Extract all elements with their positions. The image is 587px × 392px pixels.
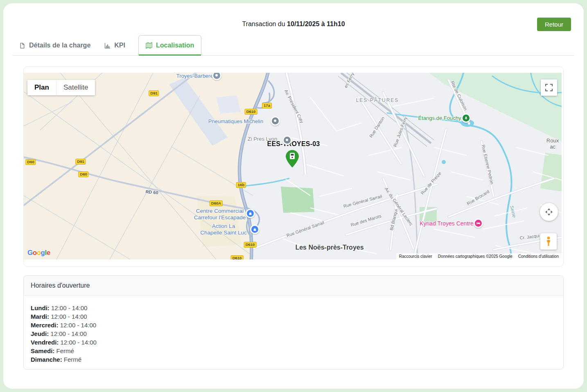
opening-hours-row: Vendredi: 12:00 - 14:00 (31, 338, 556, 347)
opening-hours-row: Dimanche: Fermé (31, 355, 556, 364)
map-label: Pneumatiques Michelin (208, 118, 263, 124)
generic-poi-marker[interactable] (271, 116, 280, 126)
tab-label: Localisation (156, 42, 194, 49)
station-pin[interactable] (285, 150, 299, 168)
tab-label: Détails de la charge (29, 42, 90, 49)
satellite-button[interactable]: Satellite (56, 80, 95, 95)
road-badge: D60 (25, 159, 36, 165)
road-badge: D610 (244, 242, 257, 248)
opening-hours-row: Mardi: 12:00 - 14:00 (31, 312, 556, 321)
tab-label: KPI (114, 42, 125, 49)
opening-hours-body: Lundi: 12:00 - 14:00Mardi: 12:00 - 14:00… (24, 296, 563, 369)
map-label: Étangs de Fouchy (418, 115, 461, 121)
google-logo[interactable]: Google (27, 249, 50, 257)
tree-icon (463, 115, 470, 122)
map-attribution: Raccourcis clavierDonnées cartographique… (396, 253, 562, 259)
map-viewport[interactable]: Plan Satellite Goog (24, 73, 562, 259)
generic-icon (284, 137, 291, 144)
map-type-control: Plan Satellite (27, 80, 95, 95)
road-badge: D91 (75, 159, 86, 164)
bag-icon (251, 226, 258, 233)
tabs: Détails de la chargeKPILocalisation (13, 35, 574, 56)
bed-icon (475, 220, 482, 227)
opening-hours-row: Mercredi: 12:00 - 14:00 (31, 321, 556, 329)
opening-hours-row: Lundi: 12:00 - 14:00 (31, 304, 556, 312)
station-label: EES-TROYES-03 (267, 140, 320, 148)
generic-icon (272, 117, 279, 124)
map-label: Centre Commercial Carrefour l'Escapade (194, 208, 246, 221)
map-icon (146, 42, 152, 49)
pegman-icon (544, 236, 553, 247)
keyboard-shortcuts-link[interactable]: Raccourcis clavier (399, 254, 432, 259)
opening-hours-title: Horaires d'ouverture (24, 276, 563, 296)
bed-poi-marker[interactable] (474, 219, 483, 228)
pan-control[interactable] (540, 203, 558, 221)
main-card: Transaction du 10/11/2025 à 11h10 Retour… (3, 3, 584, 389)
bag-poi-marker[interactable] (250, 225, 260, 234)
header: Transaction du 10/11/2025 à 11h10 Retour (3, 3, 584, 35)
map-label: RD 60 (145, 189, 158, 196)
terms-link[interactable]: Conditions d'utilisation (518, 254, 559, 259)
opening-hours-row: Jeudi: 12:00 - 14:00 (31, 329, 556, 338)
fullscreen-icon (545, 84, 553, 91)
tree-poi-marker[interactable] (461, 113, 471, 123)
map-label: Les Noës-près-Troyes (295, 244, 363, 252)
fullscreen-button[interactable] (541, 79, 557, 96)
road-badge: 16b (236, 182, 246, 188)
road-badge: D60 (78, 171, 88, 177)
opening-hours-row: Samedi: Fermé (31, 347, 556, 355)
road-badge: D610 (245, 109, 257, 115)
map-label: Kyriad Troyes Centre (420, 220, 474, 227)
map-label: Troyes-Barberey (176, 73, 216, 79)
tab-kpi[interactable]: KPI (104, 36, 126, 55)
tab-details[interactable]: Détails de la charge (18, 36, 91, 55)
pan-arrows-icon (544, 207, 554, 217)
map-label: Roux ac (546, 137, 559, 150)
map-card: Plan Satellite Goog (23, 66, 564, 267)
opening-hours-card: Horaires d'ouverture Lundi: 12:00 - 14:0… (23, 275, 564, 369)
generic-poi-marker[interactable] (282, 135, 292, 145)
road-badge: D610 (231, 255, 244, 259)
bag-icon (247, 210, 254, 217)
road-badge: D91 (149, 90, 159, 96)
plan-button[interactable]: Plan (27, 80, 56, 95)
bag-poi-marker[interactable] (246, 209, 255, 218)
page-title: Transaction du 10/11/2025 à 11h10 (3, 20, 584, 28)
back-button[interactable]: Retour (537, 18, 571, 31)
bar-chart-icon (104, 43, 111, 49)
place-icon (213, 73, 220, 79)
map-data-text: Données cartographiques ©2025 Google (438, 254, 512, 259)
road-badge: 17a (262, 103, 272, 108)
tab-localisation[interactable]: Localisation (138, 35, 201, 55)
map-label: LES PÂTURES (356, 97, 399, 103)
file-icon (19, 43, 25, 49)
map-label: Action La Chapelle Saint Luc (200, 223, 246, 236)
pegman-button[interactable] (540, 233, 557, 250)
place-poi-marker[interactable] (212, 73, 221, 80)
road-badge: D60A (210, 201, 223, 206)
